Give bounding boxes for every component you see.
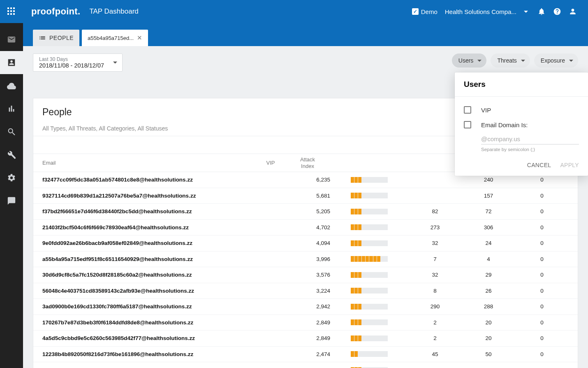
- tab-people-label: PEOPLE: [49, 35, 74, 41]
- nav-search[interactable]: [0, 120, 23, 143]
- table-row[interactable]: f37bd2f66651e7d46f6d38440f2bc5dd@healths…: [33, 204, 578, 220]
- cell-attack-index: 2,942: [285, 303, 330, 310]
- date-range-label: Last 30 Days: [39, 56, 104, 62]
- trend-bars: [351, 177, 388, 183]
- filter-exposure[interactable]: Exposure: [534, 54, 578, 68]
- trend-bars: [351, 335, 388, 341]
- trend-bars: [351, 224, 388, 230]
- cell-clicks: 0: [515, 335, 569, 341]
- domain-input[interactable]: [481, 134, 579, 144]
- th-email[interactable]: Email: [42, 160, 256, 166]
- th-attack-index[interactable]: AttackIndex: [285, 156, 330, 169]
- trend-bars: [351, 209, 388, 214]
- filter-threats-label: Threats: [497, 57, 516, 64]
- cell-trend: [330, 351, 408, 357]
- tab-hash-label: a55b4a95a715ed...: [88, 35, 134, 41]
- cell-count: 82: [408, 208, 462, 214]
- filter-threats[interactable]: Threats: [491, 54, 530, 68]
- table-row[interactable]: 21403f2bcf504c6f6f669c78930eaf64@healths…: [33, 220, 578, 236]
- cell-count: 2: [408, 335, 462, 341]
- trend-bars: [351, 240, 388, 246]
- nav-analytics[interactable]: [0, 97, 23, 120]
- table-row[interactable]: 3ad0900b0e169cd1330fc780ff6a5187@healths…: [33, 299, 578, 315]
- filter-users[interactable]: Users: [452, 54, 487, 68]
- nav-mail[interactable]: [0, 28, 23, 51]
- cell-attack-index: 5,681: [285, 193, 330, 199]
- nav-settings[interactable]: [0, 166, 23, 189]
- trend-bars: [351, 304, 388, 310]
- demo-label: Demo: [421, 8, 438, 15]
- table-row[interactable]: 9327114cd69b839d1a212507a76be5a7@healths…: [33, 188, 578, 204]
- cell-messages: 20: [462, 319, 515, 326]
- cell-attack-index: 3,224: [285, 288, 330, 294]
- apply-button[interactable]: APPLY: [560, 162, 579, 168]
- cell-messages: 50: [462, 351, 515, 357]
- trend-bars: [351, 193, 388, 198]
- table-row[interactable]: 170267b7e87d3beb3f0f6184ddfd8de8@healths…: [33, 315, 578, 331]
- demo-toggle[interactable]: ✓ Demo: [412, 8, 438, 15]
- trend-bars: [351, 288, 388, 293]
- cell-clicks: 0: [515, 193, 569, 199]
- cell-attack-index: 6,235: [285, 177, 330, 183]
- date-range-picker[interactable]: Last 30 Days 2018/11/08 - 2018/12/07: [33, 54, 123, 72]
- table-row[interactable]: 4a5d5c9cbbd9e5c6260c563985d42f77@healths…: [33, 331, 578, 347]
- cell-messages: 29: [462, 272, 515, 278]
- cell-count: 32: [408, 272, 462, 278]
- company-dropdown-icon[interactable]: [518, 11, 534, 13]
- cell-trend: [330, 272, 408, 278]
- vip-label: VIP: [481, 107, 491, 114]
- cell-email: 4a5d5c9cbbd9e5c6260c563985d42f77@healths…: [42, 335, 256, 341]
- cell-attack-index: 2,849: [285, 335, 330, 341]
- table-row[interactable]: a55b4a95a715edf951f8c65116540929@healths…: [33, 252, 578, 268]
- company-name: Health Solutions Compa...: [445, 8, 516, 15]
- cell-clicks: 0: [515, 272, 569, 278]
- cell-clicks: 0: [515, 319, 569, 326]
- check-icon: ✓: [412, 8, 419, 15]
- table-row[interactable]: 56048c4e403751cd83589143c2afb93e@healths…: [33, 283, 578, 299]
- tab-people[interactable]: PEOPLE: [33, 30, 79, 46]
- cell-clicks: 0: [515, 208, 569, 214]
- table-row[interactable]: 12238b4b892050f8216d73f6be161896@healths…: [33, 347, 578, 363]
- help-icon[interactable]: [549, 7, 565, 16]
- cell-email: 56048c4e403751cd83589143c2afb93e@healths…: [42, 288, 256, 294]
- cell-count: 45: [408, 351, 462, 357]
- cell-email: 3ad0900b0e169cd1330fc780ff6a5187@healths…: [42, 303, 256, 310]
- chevron-down-icon: [477, 60, 482, 62]
- date-range-value: 2018/11/08 - 2018/12/07: [39, 62, 104, 69]
- table-row[interactable]: e3db42a69f3f9d31293cbe8578456ad1@healths…: [33, 362, 578, 368]
- cell-messages: 72: [462, 208, 515, 214]
- domain-checkbox[interactable]: [464, 121, 471, 128]
- table-row[interactable]: 30d6d9cf8c5a7fc1520d8f28185c60a2@healths…: [33, 267, 578, 283]
- vip-checkbox[interactable]: [464, 106, 471, 114]
- close-icon[interactable]: ✕: [137, 34, 142, 42]
- popover-title: Users: [455, 72, 588, 97]
- cell-messages: 306: [462, 224, 515, 231]
- cell-trend: [330, 304, 408, 310]
- cell-count: 290: [408, 303, 462, 310]
- bell-icon[interactable]: [534, 7, 549, 16]
- nav-tools[interactable]: [0, 143, 23, 166]
- trend-bars: [351, 319, 388, 325]
- th-vip[interactable]: VIP: [256, 160, 285, 166]
- domain-label: Email Domain Is:: [481, 121, 528, 128]
- cell-clicks: 0: [515, 256, 569, 262]
- tab-hash[interactable]: a55b4a95a715ed... ✕: [82, 30, 148, 46]
- nav-cloud[interactable]: [0, 74, 23, 97]
- nav-people[interactable]: [0, 51, 23, 74]
- cell-messages: 26: [462, 288, 515, 294]
- table-row[interactable]: 9e0fdd092ae26b6bacb9af058ef02849@healths…: [33, 235, 578, 252]
- cancel-button[interactable]: CANCEL: [527, 162, 551, 168]
- cell-email: f37bd2f66651e7d46f6d38440f2bc5dd@healths…: [42, 208, 256, 214]
- sidebar: [0, 23, 23, 368]
- chevron-down-icon: [521, 60, 525, 62]
- apps-grid-icon[interactable]: [7, 7, 16, 16]
- cell-email: 9e0fdd092ae26b6bacb9af058ef02849@healths…: [42, 240, 256, 246]
- cell-trend: [330, 288, 408, 293]
- filter-users-label: Users: [458, 57, 474, 64]
- cell-trend: [330, 177, 408, 183]
- user-icon[interactable]: [565, 7, 581, 16]
- trend-bars: [351, 272, 388, 278]
- nav-chat[interactable]: [0, 189, 23, 212]
- cell-clicks: 0: [515, 177, 569, 183]
- cell-email: 170267b7e87d3beb3f0f6184ddfd8de8@healths…: [42, 319, 256, 326]
